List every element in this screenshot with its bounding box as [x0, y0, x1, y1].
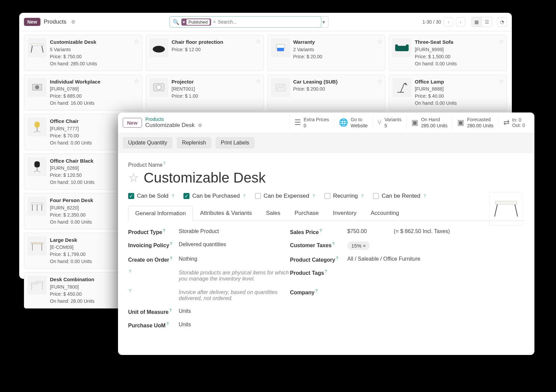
form-tabs: General Information Attributes & Variant… — [128, 205, 524, 221]
product-form-window: New Products Customizable Desk⚙ ☰Extra P… — [118, 112, 534, 355]
product-card[interactable]: ☆ Office Lamp[FURN_8888]Price: $ 40.00On… — [389, 74, 507, 111]
product-name[interactable]: Customizable Desk — [144, 170, 266, 186]
product-thumb — [28, 38, 47, 57]
breadcrumb[interactable]: Products — [44, 19, 66, 25]
stat-inout[interactable]: ⇄In: 0Out: 0 — [498, 115, 530, 130]
product-card[interactable]: ☆ Three-Seat Sofa[FURN_8999]Price: $ 1,5… — [389, 35, 507, 71]
svg-rect-0 — [31, 44, 43, 46]
view-toggle: ▦ ☰ — [471, 17, 492, 27]
print-labels-button[interactable]: Print Labels — [215, 137, 255, 149]
star-icon[interactable]: ☆ — [134, 77, 139, 85]
help-icon[interactable]: ? — [332, 241, 334, 246]
product-card[interactable]: ☆ Warranty2 VariantsPrice: $ 20.00 — [267, 35, 386, 71]
product-card[interactable]: ☆ Customizable Desk5 VariantsPrice: $ 75… — [24, 35, 142, 71]
search-dropdown[interactable]: ▾ — [320, 16, 328, 28]
help-icon[interactable]: ? — [361, 194, 363, 198]
customer-taxes-value[interactable]: 15% × — [347, 241, 455, 250]
help-icon[interactable]: ? — [172, 194, 174, 198]
svg-rect-24 — [31, 242, 43, 244]
help-icon[interactable]: ? — [313, 194, 315, 198]
stat-forecasted[interactable]: ▣Forecasted280.00 Units — [452, 115, 498, 130]
svg-rect-5 — [277, 48, 284, 51]
product-card[interactable]: ☆ Individual Workplace[FURN_0789]Price: … — [24, 74, 142, 111]
help-icon[interactable]: ? — [163, 161, 166, 166]
uom-value[interactable]: Units — [179, 308, 270, 315]
product-card[interactable]: ☆ Projector[RENT001]Price: $ 1.00 — [146, 74, 264, 111]
star-icon[interactable]: ☆ — [499, 77, 504, 85]
favorite-star-icon[interactable]: ☆ — [128, 171, 139, 185]
filter-remove-icon[interactable]: × — [213, 19, 216, 25]
new-button[interactable]: New — [24, 18, 40, 26]
product-image[interactable] — [489, 192, 523, 226]
help-icon[interactable]: ? — [325, 269, 327, 274]
create-on-order-label: Create on Order? — [128, 256, 179, 263]
star-icon[interactable]: ☆ — [134, 38, 139, 45]
breadcrumb-current: Customizable Desk — [145, 122, 195, 129]
help-icon[interactable]: ? — [170, 241, 172, 246]
search-box[interactable]: 🔍 ▾ Published × — [170, 16, 321, 28]
can-be-expensed-checkbox[interactable]: Can be Expensed? — [255, 193, 315, 199]
new-button[interactable]: New — [123, 118, 142, 128]
product-type-value[interactable]: Storable Product — [179, 228, 270, 235]
help-icon[interactable]: ? — [243, 194, 245, 198]
star-icon[interactable]: ☆ — [256, 38, 261, 45]
search-input[interactable] — [218, 19, 318, 25]
svg-rect-28 — [36, 281, 43, 283]
stat-onhand[interactable]: ▣On Hand285.00 Units — [406, 115, 452, 130]
can-be-purchased-checkbox[interactable]: ✓Can be Purchased? — [183, 193, 245, 199]
pager-prev-icon[interactable]: ‹ — [444, 17, 453, 27]
tab-purchase[interactable]: Purchase — [287, 205, 326, 221]
can-be-sold-checkbox[interactable]: ✓Can be Sold? — [128, 193, 174, 199]
help-icon[interactable]: ? — [129, 269, 131, 274]
filter-chip[interactable]: ▾ Published — [181, 19, 211, 26]
star-icon[interactable]: ☆ — [377, 38, 382, 45]
star-icon[interactable]: ☆ — [377, 77, 382, 85]
help-icon[interactable]: ? — [423, 194, 426, 198]
product-card[interactable]: ☆ Chair floor protectionPrice: $ 12.00 — [146, 35, 264, 71]
star-icon[interactable]: ☆ — [499, 38, 504, 45]
help-icon[interactable]: ? — [319, 228, 322, 233]
svg-point-3 — [153, 46, 165, 53]
update-quantity-button[interactable]: Update Quantity — [123, 137, 173, 149]
product-category-value[interactable]: All / Saleable / Office Furniture — [347, 256, 455, 263]
can-be-rented-checkbox[interactable]: Can be Rented? — [373, 193, 426, 199]
pager-next-icon[interactable]: › — [456, 17, 465, 27]
activity-icon[interactable]: ◔ — [497, 17, 507, 27]
product-category-label: Product Category? — [290, 256, 347, 263]
stat-variants[interactable]: ⑂Variants5 — [372, 115, 406, 130]
help-icon[interactable]: ? — [315, 289, 318, 293]
purchase-uom-label: Purchase UoM? — [128, 322, 179, 329]
recurring-checkbox[interactable]: Recurring? — [324, 193, 363, 199]
invoicing-policy-value[interactable]: Delivered quantities — [179, 241, 270, 250]
help-icon[interactable]: ? — [169, 308, 172, 313]
help-icon[interactable]: ? — [166, 322, 169, 326]
customer-taxes-label: Customer Taxes? — [290, 241, 347, 250]
tab-attributes-variants[interactable]: Attributes & Variants — [193, 205, 259, 221]
tab-accounting[interactable]: Accounting — [363, 205, 406, 221]
breadcrumb-parent[interactable]: Products — [145, 117, 202, 122]
stat-extra-prices[interactable]: ☰Extra Prices0 — [290, 115, 334, 130]
product-thumb — [28, 197, 47, 216]
help-icon[interactable]: ? — [336, 256, 338, 261]
stat-website[interactable]: 🌐Go toWebsite — [334, 115, 372, 130]
filter-icon: ▾ — [183, 20, 185, 25]
help-icon[interactable]: ? — [129, 289, 131, 293]
product-card[interactable]: ☆ Car Leasing (SUB)Price: $ 200.00 — [267, 74, 386, 111]
helper-text: Invoice after delivery, based on quantit… — [179, 289, 290, 302]
purchase-uom-value[interactable]: Units — [179, 322, 270, 329]
help-icon[interactable]: ? — [163, 228, 165, 233]
replenish-button[interactable]: Replenish — [177, 137, 211, 149]
svg-line-2 — [42, 46, 43, 53]
help-icon[interactable]: ? — [170, 256, 172, 261]
product-thumb — [149, 78, 168, 97]
tab-inventory[interactable]: Inventory — [326, 205, 363, 221]
tab-sales[interactable]: Sales — [259, 205, 288, 221]
gear-icon[interactable]: ⚙ — [198, 123, 202, 128]
tab-general-information[interactable]: General Information — [128, 206, 193, 221]
sales-price-value[interactable]: $750.00 (= $ 862.50 Incl. Taxes) — [347, 228, 455, 235]
gear-icon[interactable]: ⚙ — [71, 19, 76, 25]
list-view-icon[interactable]: ☰ — [482, 17, 492, 27]
create-on-order-value[interactable]: Nothing — [179, 256, 270, 263]
kanban-view-icon[interactable]: ▦ — [472, 17, 482, 27]
star-icon[interactable]: ☆ — [256, 77, 261, 85]
